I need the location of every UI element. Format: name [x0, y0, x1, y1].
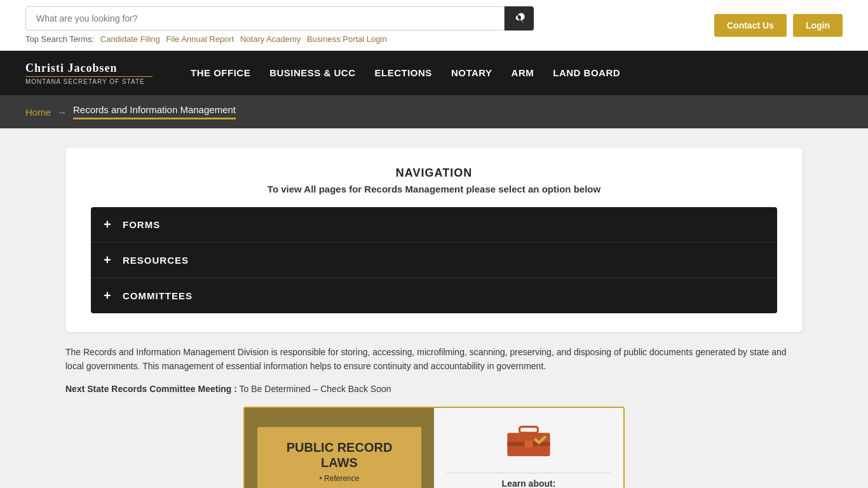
contact-button[interactable]: Contact Us — [714, 14, 787, 37]
nav-land-board[interactable]: LAND BOARD — [553, 64, 620, 81]
description-text: The Records and Information Management D… — [65, 345, 803, 374]
card-left-inner: PUBLIC RECORD LAWS • Reference — [257, 427, 421, 488]
breadcrumb-arrow: → — [57, 107, 67, 118]
accordion-plus-resources: + — [104, 253, 114, 268]
accordion-plus-committees: + — [104, 288, 114, 303]
breadcrumb: Home → Records and Information Managemen… — [0, 95, 868, 128]
toolbox-icon — [503, 424, 554, 463]
public-record-title: PUBLIC RECORD LAWS — [270, 440, 409, 470]
login-button[interactable]: Login — [793, 14, 843, 37]
logo-name: Christi Jacobsen — [25, 62, 153, 75]
navigation-box: NAVIGATION To view All pages for Records… — [65, 147, 803, 332]
card-public-record-laws[interactable]: PUBLIC RECORD LAWS • Reference — [245, 408, 434, 488]
search-icon — [513, 13, 525, 24]
accordion: + FORMS + RESOURCES + COMMITTEES — [91, 207, 777, 313]
public-record-sub: • Reference — [270, 474, 409, 483]
nav-elections[interactable]: ELECTIONS — [375, 64, 432, 81]
search-button[interactable] — [505, 6, 534, 30]
logo-sub: Montana Secretary of State — [25, 78, 153, 85]
next-meeting-value: To Be Determined – Check Back Soon — [240, 384, 391, 394]
nav-the-office[interactable]: THE OFFICE — [191, 64, 250, 81]
svg-rect-0 — [520, 427, 538, 433]
top-bar: Top Search Terms: Candidate Filing File … — [0, 0, 868, 51]
nav-business-ucc[interactable]: BUSINESS & UCC — [269, 64, 355, 81]
nav-notary[interactable]: NOTARY — [451, 64, 492, 81]
image-cards: PUBLIC RECORD LAWS • Reference Learn — [243, 407, 625, 488]
card-divider — [447, 473, 611, 473]
nav-arm[interactable]: ARM — [512, 64, 534, 81]
nav-box-subtitle: To view All pages for Records Management… — [91, 184, 777, 194]
logo: Christi Jacobsen Montana Secretary of St… — [25, 62, 153, 85]
nav-links: THE OFFICE BUSINESS & UCC ELECTIONS NOTA… — [191, 67, 620, 79]
next-meeting-label: Next State Records Committee Meeting : — [65, 384, 237, 394]
main-content: NAVIGATION To view All pages for Records… — [53, 147, 815, 488]
accordion-item-resources[interactable]: + RESOURCES — [91, 243, 777, 278]
breadcrumb-current: Records and Information Management — [73, 104, 236, 119]
accordion-label-forms: FORMS — [123, 219, 160, 230]
learn-about: Learn about: — [502, 478, 556, 488]
top-search-link-portal[interactable]: Business Portal Login — [307, 34, 387, 44]
logo-divider — [25, 76, 153, 77]
search-input[interactable] — [25, 6, 505, 30]
top-search-link-candidate[interactable]: Candidate Filing — [100, 34, 160, 44]
accordion-item-forms[interactable]: + FORMS — [91, 207, 777, 243]
svg-rect-3 — [525, 440, 533, 447]
top-search-terms: Top Search Terms: Candidate Filing File … — [25, 34, 714, 44]
search-form — [25, 6, 534, 30]
main-nav: Christi Jacobsen Montana Secretary of St… — [0, 51, 868, 95]
accordion-plus-forms: + — [104, 217, 114, 232]
accordion-label-resources: RESOURCES — [123, 255, 189, 266]
nav-box-title: NAVIGATION — [91, 166, 777, 180]
top-search-link-annual[interactable]: File Annual Report — [166, 34, 234, 44]
card-rim-toolkit[interactable]: Learn about: Managing public records — [434, 408, 623, 488]
accordion-label-committees: COMMITTEES — [123, 290, 193, 301]
top-search-link-notary[interactable]: Notary Academy — [240, 34, 301, 44]
breadcrumb-home[interactable]: Home — [25, 107, 51, 118]
accordion-item-committees[interactable]: + COMMITTEES — [91, 278, 777, 313]
next-meeting: Next State Records Committee Meeting : T… — [65, 384, 803, 394]
top-bar-actions: Contact Us Login — [714, 14, 843, 37]
search-area: Top Search Terms: Candidate Filing File … — [25, 6, 714, 44]
